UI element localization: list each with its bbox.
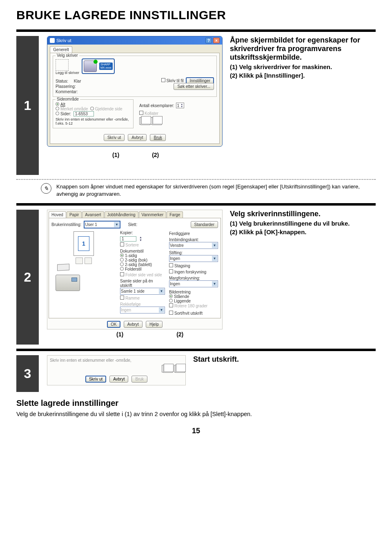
- dotted-divider: [16, 179, 376, 180]
- help-button[interactable]: ?: [205, 38, 212, 43]
- radio-staaende-label: Stående: [174, 294, 189, 299]
- divider: [16, 29, 376, 32]
- step1-heading: Åpne skjermbildet for egenskaper for skr…: [230, 36, 376, 62]
- copies-spinner[interactable]: 1▲▼: [176, 103, 185, 108]
- search-printer-button[interactable]: Søk etter skriver...: [174, 83, 214, 90]
- close-button[interactable]: ×: [213, 38, 220, 43]
- plassering-label: Plassering:: [56, 84, 76, 89]
- avbryt-button[interactable]: Avbryt: [124, 321, 143, 328]
- rekkefolge-label: Rekkefølge: [120, 302, 165, 307]
- step3-number-col: 3: [16, 355, 39, 392]
- forskyvning-checkbox[interactable]: [169, 269, 173, 273]
- tab-jobbhandtering[interactable]: Jobbhåndtering: [105, 211, 138, 218]
- radio-liggende[interactable]: [169, 299, 173, 302]
- group-sideomrade: Sideområde: [56, 97, 80, 101]
- step1-item1: (1) Velg skriverdriver for maskinen.: [230, 63, 376, 70]
- samle-select[interactable]: Samle 1 side▼: [120, 288, 165, 295]
- pages-input[interactable]: 1-6553: [74, 111, 94, 116]
- note-text: Knappen som åpner vinduet med egenskaper…: [56, 183, 376, 197]
- tab-papir[interactable]: Papir: [67, 211, 82, 218]
- marg-select[interactable]: Ingen▼: [169, 280, 218, 287]
- user-setting-select[interactable]: User 1▼: [84, 221, 120, 228]
- radio-alt-label: Alt: [60, 102, 65, 107]
- radio-sider[interactable]: [56, 112, 59, 115]
- stift-label: Stifting:: [169, 251, 218, 255]
- step2-number: 2: [24, 270, 31, 285]
- radio-staaende[interactable]: [169, 294, 173, 298]
- annotation-2: (2): [152, 152, 159, 158]
- step3-number: 3: [24, 366, 31, 381]
- step2-heading: Velg skriverinnstillingene.: [230, 210, 376, 218]
- hjelp-button[interactable]: Hjelp: [146, 321, 163, 328]
- standarder-button[interactable]: Standarder: [191, 221, 218, 228]
- collate-icon-2: [151, 117, 160, 125]
- bruk-button-3: Bruk: [131, 376, 147, 383]
- add-printer-label[interactable]: Legg til skriver: [56, 71, 79, 75]
- radio-folderstil-label: Folderstil: [125, 267, 142, 271]
- group-velg-skriver: Velg skriver: [56, 53, 79, 58]
- radio-2sidig-tablett[interactable]: [120, 262, 124, 266]
- radio-gjeldende-label: Gjeldende side: [95, 107, 122, 111]
- samle-label: Samle sider på én utskrift: [120, 279, 165, 288]
- stift-select[interactable]: Ingen▼: [169, 255, 218, 262]
- avbryt-button[interactable]: Avbryt: [128, 134, 147, 141]
- sortere-checkbox: [120, 242, 124, 246]
- innbind-select[interactable]: Venstre▼: [169, 242, 218, 249]
- tab-hoved[interactable]: Hoved: [49, 211, 66, 218]
- brukerinnstilling-label: Brukerinnstilling:: [51, 222, 81, 227]
- step2-item1: (1) Velg brukerinnstillingene du vil bru…: [230, 220, 376, 227]
- radio-folderstil[interactable]: [120, 267, 124, 271]
- forskyvning-label: Ingen forskyvning: [174, 270, 206, 274]
- status-label: Status:: [56, 79, 68, 83]
- printer-device-icon: [84, 60, 97, 72]
- folder-side-label: Folder side ved side: [125, 273, 162, 277]
- annotation2-1: (1): [116, 331, 123, 338]
- tab-farge[interactable]: Farge: [167, 211, 183, 218]
- printer-selected[interactable]: SHARP MX-xxxx: [82, 58, 115, 74]
- kopier-input[interactable]: 1: [120, 236, 136, 242]
- radio-1sidig[interactable]: [120, 253, 124, 257]
- rotere-checkbox: [169, 303, 173, 307]
- chevron-down-icon: ▼: [114, 222, 119, 227]
- annotation-1: (1): [112, 152, 119, 158]
- step2-item2: (2) Klikk på [OK]-knappen.: [230, 228, 376, 235]
- status-value: Klar: [74, 79, 81, 83]
- pages-hint: Skriv inn enten et sidenummer eller -omr…: [56, 117, 131, 125]
- avbryt-button-3[interactable]: Avbryt: [109, 376, 128, 383]
- printer-preview: [51, 266, 84, 291]
- tab-generelt[interactable]: Generelt: [50, 46, 72, 53]
- collate-icon-1: [139, 117, 148, 125]
- tab-vannmerker[interactable]: Vannmerker: [139, 211, 167, 218]
- rekkefolge-select: Ingen▼: [120, 307, 165, 313]
- ramme-label: Ramme: [125, 296, 140, 300]
- print-to-file-checkbox[interactable]: [161, 78, 165, 82]
- dokumentstil-label: Dokumentstil: [120, 249, 165, 253]
- divider-2: [16, 203, 376, 206]
- rotere-label: Rotere 180 grader: [174, 304, 207, 308]
- print-buttons-dialog: Skriv inn enten et sidenummer eller -omr…: [47, 355, 186, 385]
- kollater-checkbox: [139, 111, 143, 115]
- radio-gjeldende: [90, 107, 94, 110]
- ok-button[interactable]: OK: [107, 321, 120, 328]
- stagsing-checkbox[interactable]: [169, 263, 173, 267]
- preview-number: 1: [78, 236, 89, 251]
- sorthvit-checkbox[interactable]: [169, 311, 173, 315]
- step-number-col: 1: [16, 36, 39, 175]
- skriv-ut-button-3[interactable]: Skriv ut: [85, 376, 106, 383]
- printer-brand-label: SHARP MX-xxxx: [99, 63, 113, 69]
- note-icon: ✎: [41, 183, 51, 194]
- step3-heading: Start utskrift.: [193, 355, 376, 364]
- skriv-ut-button[interactable]: Skriv ut: [104, 134, 125, 141]
- tab-avansert[interactable]: Avansert: [82, 211, 104, 218]
- radio-2sidig-bok[interactable]: [120, 258, 124, 262]
- radio-alt[interactable]: [56, 102, 59, 106]
- page-number: 15: [16, 427, 376, 435]
- radio-1sidig-label: 1-sidig: [125, 253, 137, 258]
- sortere-label: Sortere: [125, 243, 139, 247]
- step2-number-col: 2: [16, 210, 39, 345]
- note-row: ✎ Knappen som åpner vinduet med egenskap…: [41, 183, 376, 197]
- bruk-button[interactable]: Bruk: [150, 134, 166, 141]
- ferdig-label: Ferdiggjøre: [169, 231, 218, 236]
- step-2: 2 Hoved Papir Avansert Jobbhåndtering Va…: [16, 210, 376, 345]
- collate3-icon-1: [162, 365, 171, 372]
